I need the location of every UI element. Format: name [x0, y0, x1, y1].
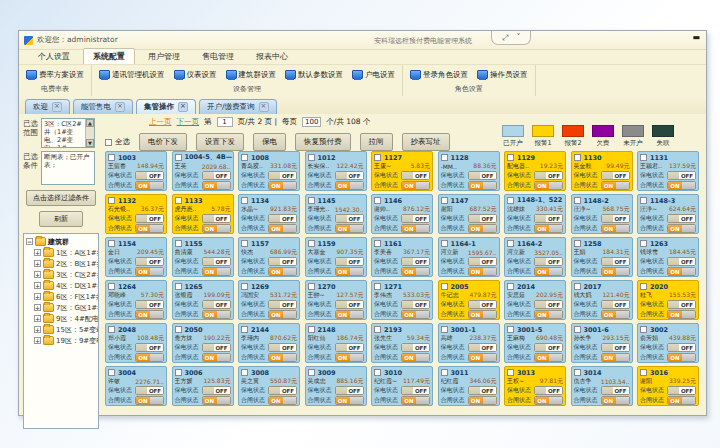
switch-toggle[interactable]: ON: [202, 353, 231, 362]
supply-toggle[interactable]: OFF: [335, 300, 364, 309]
supply-toggle[interactable]: OFF: [401, 214, 430, 223]
meter-card[interactable]: 1004-5、4B—王英2029.68..保电状态OFF合闸状态ON: [172, 151, 234, 191]
card-checkbox[interactable]: [241, 154, 248, 161]
supply-toggle[interactable]: OFF: [335, 171, 364, 180]
tree-item[interactable]: +6区：F区1#井（F区…: [34, 291, 98, 302]
supply-toggle[interactable]: OFF: [135, 343, 164, 352]
supply-toggle[interactable]: OFF: [534, 171, 563, 180]
switch-toggle[interactable]: ON: [534, 310, 563, 319]
expand-icon[interactable]: +: [34, 293, 41, 300]
switch-toggle[interactable]: ON: [401, 267, 430, 276]
switch-toggle[interactable]: ON: [468, 267, 497, 276]
card-checkbox[interactable]: [108, 326, 115, 333]
ribbon-button-通讯管理机设置[interactable]: 通讯管理机设置: [96, 68, 168, 82]
meter-card[interactable]: 3008吴之翼550.87元保电状态OFF合闸状态ON: [238, 366, 300, 406]
supply-toggle[interactable]: OFF: [401, 257, 430, 266]
card-checkbox[interactable]: [640, 240, 647, 247]
menu-item-个人设置[interactable]: 个人设置: [29, 49, 79, 64]
meter-card[interactable]: 1012长实保..122.42元保电状态OFF合闸状态ON: [305, 151, 367, 191]
switch-toggle[interactable]: ON: [534, 267, 563, 276]
supply-toggle[interactable]: OFF: [601, 300, 630, 309]
meter-card[interactable]: 1154金日209.45元保电状态OFF合闸状态ON: [105, 237, 167, 277]
card-checkbox[interactable]: [507, 283, 514, 290]
meter-card[interactable]: 3013王权~97.81元保电状态OFF合闸状态ON: [504, 366, 566, 406]
switch-toggle[interactable]: ON: [601, 224, 630, 233]
meter-card[interactable]: 1265张银霞199.09元保电状态OFF合闸状态ON: [172, 280, 234, 320]
supply-toggle[interactable]: OFF: [601, 386, 630, 395]
supply-toggle[interactable]: OFF: [468, 300, 497, 309]
switch-toggle[interactable]: ON: [601, 267, 630, 276]
close-icon[interactable]: ×: [259, 102, 269, 112]
card-checkbox[interactable]: [175, 326, 182, 333]
meter-card[interactable]: 1146谢帅..876.12元保电状态OFF合闸状态ON: [371, 194, 433, 234]
tab-集管操作[interactable]: 集管操作×: [136, 99, 196, 114]
per-page-input[interactable]: 100: [302, 117, 321, 127]
card-checkbox[interactable]: [308, 240, 315, 247]
meter-card[interactable]: 1258王娟184.31元保电状态OFF合闸状态ON: [571, 237, 633, 277]
supply-toggle[interactable]: OFF: [202, 300, 231, 309]
meter-card[interactable]: 3002俞芳娟439.88元保电状态OFF合闸状态ON: [637, 323, 699, 363]
supply-toggle[interactable]: OFF: [135, 171, 164, 180]
card-checkbox[interactable]: [441, 197, 448, 204]
close-icon[interactable]: ×: [115, 102, 125, 112]
ribbon-button-仪表设置[interactable]: 仪表设置: [171, 68, 220, 82]
card-checkbox[interactable]: [574, 197, 581, 204]
supply-toggle[interactable]: OFF: [135, 386, 164, 395]
switch-toggle[interactable]: ON: [667, 181, 696, 190]
meter-card[interactable]: 1145李瑾光..1542.30..保电状态OFF合闸状态ON: [305, 194, 367, 234]
card-checkbox[interactable]: [374, 369, 381, 376]
meter-card[interactable]: 1127王康~5.83元保电状态OFF合闸状态ON: [371, 151, 433, 191]
close-icon[interactable]: ×: [52, 102, 62, 112]
card-checkbox[interactable]: [108, 154, 115, 161]
action-button-恢复预付费[interactable]: 恢复预付费: [295, 133, 351, 151]
card-checkbox[interactable]: [108, 369, 115, 376]
supply-toggle[interactable]: OFF: [268, 257, 297, 266]
minimize-button[interactable]: ▬: [692, 34, 700, 42]
supply-toggle[interactable]: OFF: [534, 214, 563, 223]
supply-toggle[interactable]: OFF: [135, 257, 164, 266]
ribbon-button-登录角色设置[interactable]: 登录角色设置: [407, 68, 471, 82]
switch-toggle[interactable]: ON: [135, 267, 164, 276]
tree-item[interactable]: +1区：A区1#井: [34, 247, 98, 258]
switch-toggle[interactable]: ON: [601, 310, 630, 319]
switch-toggle[interactable]: ON: [135, 353, 164, 362]
menu-item-系统配置[interactable]: 系统配置: [83, 48, 135, 64]
card-checkbox[interactable]: [640, 283, 647, 290]
window-tab-control[interactable]: ⤢ ˅: [491, 31, 531, 45]
tree-item[interactable]: +7区：G区1#井: [34, 302, 98, 313]
card-checkbox[interactable]: [308, 326, 315, 333]
switch-toggle[interactable]: ON: [534, 396, 563, 405]
meter-card[interactable]: 2148阳红仙186.74元保电状态OFF合闸状态ON: [305, 323, 367, 363]
supply-toggle[interactable]: OFF: [202, 257, 231, 266]
meter-card[interactable]: 1164-2河立新3527.05..保电状态OFF合闸状态ON: [504, 237, 566, 277]
supply-toggle[interactable]: OFF: [601, 343, 630, 352]
switch-toggle[interactable]: ON: [335, 267, 364, 276]
range-box[interactable]: 3区：C区2#井（1#变电、2#变电、1#… ▲ ▼: [41, 118, 95, 148]
supply-toggle[interactable]: OFF: [468, 386, 497, 395]
card-checkbox[interactable]: [108, 283, 115, 290]
switch-toggle[interactable]: ON: [268, 310, 297, 319]
expand-icon[interactable]: +: [34, 282, 41, 289]
action-button-保电[interactable]: 保电: [253, 133, 286, 151]
meter-card[interactable]: 3006王方媛125.83元保电状态OFF合闸状态ON: [172, 366, 234, 406]
switch-toggle[interactable]: ON: [667, 224, 696, 233]
card-checkbox[interactable]: [574, 283, 581, 290]
meter-card[interactable]: 1129配电器..19.23元保电状态OFF合闸状态ON: [504, 151, 566, 191]
switch-toggle[interactable]: ON: [268, 181, 297, 190]
switch-toggle[interactable]: ON: [601, 353, 630, 362]
meter-card[interactable]: 1271李伟杰533.03元保电状态OFF合闸状态ON: [371, 280, 433, 320]
card-checkbox[interactable]: [507, 154, 514, 161]
switch-toggle[interactable]: ON: [202, 224, 231, 233]
supply-toggle[interactable]: OFF: [601, 257, 630, 266]
expand-icon[interactable]: +: [34, 315, 41, 322]
ribbon-button-费率方案设置[interactable]: 费率方案设置: [23, 68, 87, 82]
close-icon[interactable]: ×: [178, 102, 188, 112]
condition-box[interactable]: 断闸表；已开户表；: [41, 151, 95, 185]
card-checkbox[interactable]: [175, 240, 182, 247]
switch-toggle[interactable]: ON: [534, 353, 563, 362]
supply-toggle[interactable]: OFF: [667, 300, 696, 309]
meter-card[interactable]: 1270王翀~127.57元保电状态OFF合闸状态ON: [305, 280, 367, 320]
meter-card[interactable]: 2005牛记忠479.87元保电状态OFF合闸状态ON: [438, 280, 500, 320]
card-checkbox[interactable]: [241, 326, 248, 333]
filter-button[interactable]: 点击选择过滤条件: [26, 190, 96, 206]
